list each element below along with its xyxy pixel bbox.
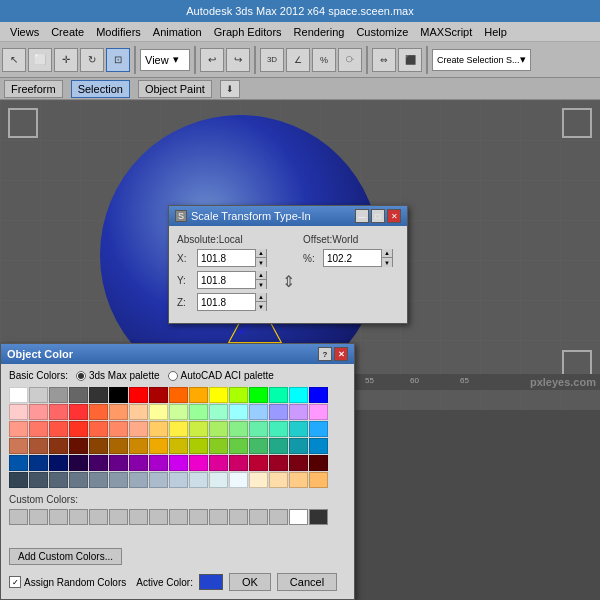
x-spin-up[interactable]: ▲ [256,249,266,258]
color-cell[interactable] [29,387,48,403]
color-cell[interactable] [69,472,88,488]
color-cell[interactable] [29,404,48,420]
z-spinner[interactable]: ▲ ▼ [255,293,266,311]
color-cell[interactable] [169,455,188,471]
color-cell[interactable] [129,472,148,488]
color-cell[interactable] [289,404,308,420]
custom-color-cell[interactable] [149,509,168,525]
color-cell[interactable] [129,404,148,420]
color-cell[interactable] [209,472,228,488]
scale-btn[interactable]: ⊡ [106,48,130,72]
spinner-snap-btn[interactable]: ⧂ [338,48,362,72]
color-cell[interactable] [49,421,68,437]
color-cell[interactable] [129,387,148,403]
menu-animation[interactable]: Animation [147,26,208,38]
color-cell[interactable] [49,387,68,403]
color-cell[interactable] [129,438,148,454]
z-input[interactable]: 101.8 ▲ ▼ [197,293,267,311]
color-cell[interactable] [9,404,28,420]
palette-autocad-option[interactable]: AutoCAD ACI palette [168,370,274,381]
object-paint-btn[interactable]: Object Paint [138,80,212,98]
color-cell[interactable] [229,438,248,454]
percent-input[interactable]: 102.2 ▲ ▼ [323,249,393,267]
color-cell[interactable] [269,387,288,403]
color-cell[interactable] [189,455,208,471]
rotate-btn[interactable]: ↻ [80,48,104,72]
assign-random-checkbox[interactable]: ✓ [9,576,21,588]
color-cell[interactable] [9,438,28,454]
color-cell[interactable] [89,421,108,437]
create-selection-dropdown[interactable]: Create Selection S... ▾ [432,49,531,71]
mirror-btn[interactable]: ⇔ [372,48,396,72]
custom-color-cell[interactable] [189,509,208,525]
color-cell[interactable] [149,404,168,420]
color-cell[interactable] [49,472,68,488]
color-cell[interactable] [249,387,268,403]
scale-close-btn[interactable]: ✕ [387,209,401,223]
color-cell[interactable] [49,438,68,454]
menu-maxscript[interactable]: MAXScript [414,26,478,38]
color-cell[interactable] [269,455,288,471]
color-cell[interactable] [309,455,328,471]
color-cell[interactable] [249,421,268,437]
y-input[interactable]: 101.8 ▲ ▼ [197,271,267,289]
color-cell[interactable] [209,404,228,420]
color-cell[interactable] [29,472,48,488]
color-cell[interactable] [309,404,328,420]
z-spin-up[interactable]: ▲ [256,293,266,302]
custom-color-cell[interactable] [289,509,308,525]
percent-spinner[interactable]: ▲ ▼ [381,249,392,267]
custom-color-cell[interactable] [49,509,68,525]
y-spin-down[interactable]: ▼ [256,280,266,289]
color-cell[interactable] [109,438,128,454]
color-cell[interactable] [269,404,288,420]
color-cell[interactable] [249,438,268,454]
color-cell[interactable] [229,421,248,437]
menu-rendering[interactable]: Rendering [288,26,351,38]
color-cell[interactable] [29,438,48,454]
color-cell[interactable] [169,387,188,403]
undo-btn[interactable]: ↩ [200,48,224,72]
color-cell[interactable] [29,421,48,437]
color-cell[interactable] [89,472,108,488]
scale-maximize-btn[interactable]: □ [371,209,385,223]
custom-color-cell[interactable] [269,509,288,525]
z-spin-down[interactable]: ▼ [256,302,266,311]
custom-color-cell[interactable] [89,509,108,525]
x-spin-down[interactable]: ▼ [256,258,266,267]
color-help-btn[interactable]: ? [318,347,332,361]
menu-views[interactable]: Views [4,26,45,38]
y-spinner[interactable]: ▲ ▼ [255,271,266,289]
color-cell[interactable] [289,387,308,403]
color-cell[interactable] [109,387,128,403]
color-cell[interactable] [229,455,248,471]
color-close-btn[interactable]: ✕ [334,347,348,361]
color-cell[interactable] [89,438,108,454]
color-cell[interactable] [289,455,308,471]
color-cell[interactable] [69,455,88,471]
color-cell[interactable] [309,421,328,437]
pct-spin-up[interactable]: ▲ [382,249,392,258]
snap-btn[interactable]: 3D [260,48,284,72]
color-cell[interactable] [149,472,168,488]
color-cell[interactable] [209,438,228,454]
color-cell[interactable] [229,387,248,403]
color-cell[interactable] [309,387,328,403]
angle-snap-btn[interactable]: ∠ [286,48,310,72]
color-cell[interactable] [49,455,68,471]
color-cell[interactable] [269,472,288,488]
color-cell[interactable] [229,404,248,420]
color-cell[interactable] [9,455,28,471]
freeform-btn[interactable]: Freeform [4,80,63,98]
menu-create[interactable]: Create [45,26,90,38]
color-cell[interactable] [169,421,188,437]
palette-3dsmax-radio[interactable] [76,371,86,381]
color-cell[interactable] [149,455,168,471]
custom-color-cell[interactable] [109,509,128,525]
color-cell[interactable] [209,387,228,403]
color-cell[interactable] [149,438,168,454]
color-cell[interactable] [169,438,188,454]
pct-spin-down[interactable]: ▼ [382,258,392,267]
color-cell[interactable] [109,404,128,420]
color-cell[interactable] [9,472,28,488]
